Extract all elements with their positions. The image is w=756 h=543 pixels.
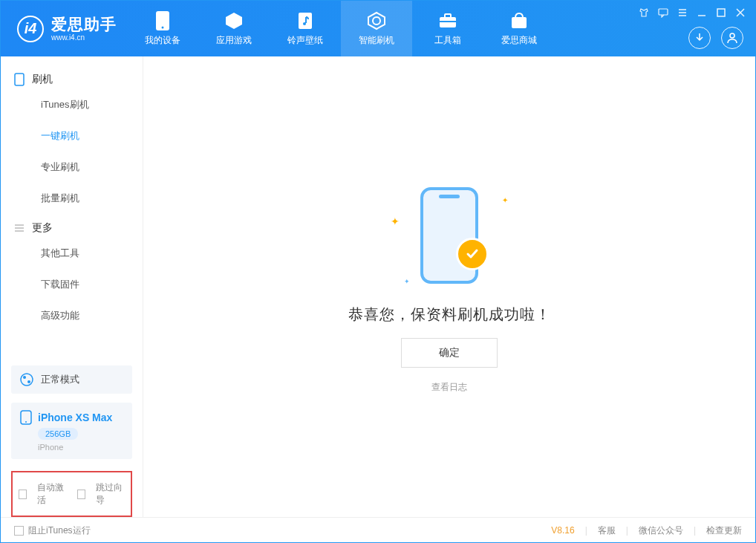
svg-point-1 — [162, 26, 164, 28]
device-type: iPhone — [38, 443, 63, 452]
toolbox-icon — [438, 11, 457, 30]
sparkle-icon: ✦ — [404, 278, 410, 285]
header-actions — [688, 27, 743, 49]
version-label: V8.16 — [551, 525, 574, 536]
phone-icon — [14, 73, 25, 86]
checkbox-skip-wizard[interactable] — [77, 490, 85, 499]
view-log-link[interactable]: 查看日志 — [431, 381, 467, 394]
success-check-icon — [456, 238, 489, 270]
svg-rect-10 — [717, 9, 725, 16]
user-button[interactable] — [721, 27, 743, 49]
svg-rect-8 — [512, 17, 527, 28]
success-illustration: ✦ ✦ ✦ — [386, 180, 512, 291]
svg-rect-9 — [659, 9, 668, 15]
nav-toolbox[interactable]: 工具箱 — [412, 1, 483, 56]
sidebar-item-advanced[interactable]: 高级功能 — [1, 300, 143, 331]
svg-rect-7 — [440, 21, 456, 22]
mode-icon — [20, 373, 33, 386]
svg-point-14 — [23, 376, 26, 379]
checkbox-block-itunes[interactable] — [14, 526, 24, 536]
close-icon[interactable] — [734, 7, 746, 19]
app-subtitle: www.i4.cn — [51, 33, 117, 42]
device-info[interactable]: iPhone XS Max 256GB iPhone — [11, 403, 132, 459]
nav-label: 爱思商城 — [501, 34, 537, 47]
sparkle-icon: ✦ — [502, 196, 508, 204]
footer-link-wechat[interactable]: 微信公众号 — [639, 524, 683, 537]
menu-icon[interactable] — [677, 7, 688, 19]
main-content: ✦ ✦ ✦ 恭喜您，保资料刷机成功啦！ 确定 查看日志 — [143, 56, 755, 517]
main-nav: 我的设备 应用游戏 铃声壁纸 智能刷机 工具箱 爱思商城 — [127, 1, 555, 56]
svg-rect-6 — [445, 14, 451, 18]
nav-flash[interactable]: 智能刷机 — [341, 1, 412, 56]
svg-point-11 — [730, 33, 734, 38]
flash-options-highlighted: 自动激活 跳过向导 — [11, 471, 132, 517]
download-button[interactable] — [688, 27, 711, 49]
nav-label: 我的设备 — [145, 34, 180, 47]
device-name: iPhone XS Max — [38, 412, 112, 423]
footer-link-support[interactable]: 客服 — [598, 524, 616, 537]
more-icon — [14, 223, 25, 233]
ringtone-icon — [296, 11, 315, 30]
svg-point-4 — [373, 17, 380, 25]
svg-point-13 — [21, 374, 33, 386]
nav-label: 智能刷机 — [359, 34, 394, 47]
sidebar: 刷机 iTunes刷机 一键刷机 专业刷机 批量刷机 更多 其他工具 下载固件 … — [1, 56, 143, 517]
sparkle-icon: ✦ — [391, 215, 400, 227]
skin-icon[interactable] — [638, 7, 650, 19]
svg-point-3 — [303, 22, 306, 25]
mode-label: 正常模式 — [41, 373, 79, 386]
status-bar: 阻止iTunes运行 V8.16 | 客服 | 微信公众号 | 检查更新 — [1, 517, 755, 543]
device-phone-icon — [20, 410, 32, 425]
sidebar-item-pro-flash[interactable]: 专业刷机 — [1, 152, 143, 183]
sidebar-item-batch-flash[interactable]: 批量刷机 — [1, 183, 143, 214]
device-icon — [153, 11, 172, 30]
flash-icon — [367, 11, 386, 30]
nav-store[interactable]: 爱思商城 — [483, 1, 555, 56]
minimize-icon[interactable] — [696, 7, 708, 19]
footer-link-update[interactable]: 检查更新 — [706, 524, 742, 537]
feedback-icon[interactable] — [657, 7, 669, 19]
mode-status[interactable]: 正常模式 — [11, 365, 132, 394]
logo: i4 爱思助手 www.i4.cn — [1, 16, 127, 42]
nav-apps[interactable]: 应用游戏 — [198, 1, 270, 56]
app-header: i4 爱思助手 www.i4.cn 我的设备 应用游戏 铃声壁纸 智能刷机 工具… — [1, 1, 755, 56]
group-title: 刷机 — [32, 73, 53, 86]
skip-wizard-label: 跳过向导 — [96, 481, 125, 507]
device-capacity: 256GB — [38, 428, 78, 440]
window-controls — [638, 7, 746, 19]
nav-ringtone[interactable]: 铃声壁纸 — [270, 1, 341, 56]
sidebar-item-other-tools[interactable]: 其他工具 — [1, 238, 143, 269]
sidebar-group-flash: 刷机 — [1, 65, 143, 89]
nav-my-device[interactable]: 我的设备 — [127, 1, 198, 56]
store-icon — [509, 11, 529, 30]
svg-point-17 — [25, 421, 27, 423]
ok-button[interactable]: 确定 — [401, 338, 498, 368]
apps-icon — [224, 11, 244, 30]
logo-icon: i4 — [17, 16, 44, 42]
block-itunes-label: 阻止iTunes运行 — [28, 524, 91, 537]
app-title: 爱思助手 — [51, 16, 117, 33]
svg-point-15 — [27, 380, 30, 383]
nav-label: 铃声壁纸 — [287, 34, 323, 47]
group-title: 更多 — [32, 221, 53, 235]
sidebar-group-more: 更多 — [1, 214, 143, 238]
maximize-icon[interactable] — [715, 7, 727, 19]
checkbox-auto-activate[interactable] — [19, 490, 27, 499]
nav-label: 应用游戏 — [216, 34, 252, 47]
nav-label: 工具箱 — [434, 34, 461, 47]
svg-rect-12 — [15, 74, 24, 85]
success-message: 恭喜您，保资料刷机成功啦！ — [348, 305, 551, 325]
sidebar-item-itunes-flash[interactable]: iTunes刷机 — [1, 89, 143, 120]
sidebar-item-download-firmware[interactable]: 下载固件 — [1, 269, 143, 300]
sidebar-item-oneclick-flash[interactable]: 一键刷机 — [1, 120, 143, 152]
auto-activate-label: 自动激活 — [37, 481, 66, 507]
